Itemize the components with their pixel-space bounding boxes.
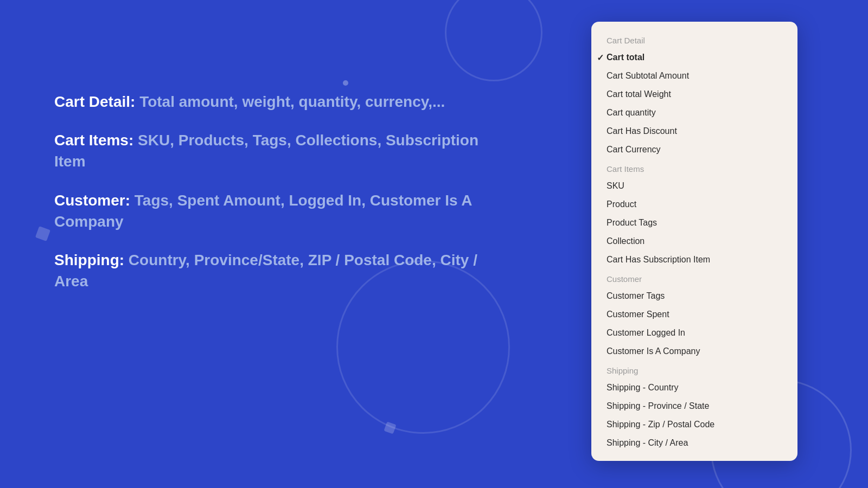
menu-item-2-2[interactable]: Customer Logged In [591, 324, 797, 342]
menu-item-1-4[interactable]: Cart Has Subscription Item [591, 251, 797, 269]
menu-item-label: Cart total Weight [607, 89, 671, 99]
menu-item-1-0[interactable]: SKU [591, 177, 797, 195]
menu-item-0-3[interactable]: Cart quantity [591, 104, 797, 122]
menu-item-label: Cart Has Discount [607, 126, 677, 136]
menu-item-0-0[interactable]: ✓Cart total [591, 48, 797, 67]
feature-label-0: Cart Detail: [54, 93, 135, 110]
menu-item-label: Cart quantity [607, 108, 656, 118]
menu-item-2-3[interactable]: Customer Is A Company [591, 342, 797, 361]
menu-item-3-1[interactable]: Shipping - Province / State [591, 397, 797, 415]
feature-item-2: Customer: Tags, Spent Amount, Logged In,… [54, 190, 499, 232]
feature-item-3: Shipping: Country, Province/State, ZIP /… [54, 249, 499, 292]
menu-item-label: Cart Currency [607, 145, 661, 155]
menu-item-1-1[interactable]: Product [591, 195, 797, 214]
menu-section-header-3: Shipping [591, 361, 797, 378]
menu-item-2-1[interactable]: Customer Spent [591, 305, 797, 324]
feature-label-3: Shipping: [54, 252, 124, 268]
menu-item-label: SKU [607, 181, 624, 191]
feature-detail-0: Total amount, weight, quantity, currency… [139, 93, 445, 110]
menu-item-0-5[interactable]: Cart Currency [591, 140, 797, 159]
menu-item-label: Shipping - City / Area [607, 438, 688, 448]
dropdown-menu: Cart Detail✓Cart totalCart Subtotal Amou… [591, 22, 797, 461]
menu-item-label: Shipping - Zip / Postal Code [607, 420, 714, 429]
menu-item-label: Customer Is A Company [607, 346, 700, 356]
menu-item-label: Collection [607, 236, 644, 246]
menu-item-label: Customer Tags [607, 291, 665, 301]
menu-item-label: Product Tags [607, 218, 657, 228]
menu-item-0-2[interactable]: Cart total Weight [591, 85, 797, 104]
feature-label-2: Customer: [54, 192, 130, 209]
menu-item-3-2[interactable]: Shipping - Zip / Postal Code [591, 415, 797, 434]
menu-item-label: Cart total [607, 53, 644, 62]
feature-label-1: Cart Items: [54, 132, 133, 149]
bg-rect-1 [35, 226, 50, 241]
menu-section-header-0: Cart Detail [591, 30, 797, 48]
menu-item-label: Cart Has Subscription Item [607, 255, 710, 265]
menu-item-label: Shipping - Province / State [607, 401, 709, 411]
menu-item-3-0[interactable]: Shipping - Country [591, 378, 797, 397]
menu-item-0-1[interactable]: Cart Subtotal Amount [591, 67, 797, 85]
feature-item-0: Cart Detail: Total amount, weight, quant… [54, 91, 499, 112]
menu-item-1-2[interactable]: Product Tags [591, 214, 797, 232]
menu-item-0-4[interactable]: Cart Has Discount [591, 122, 797, 140]
feature-list: Cart Detail: Total amount, weight, quant… [54, 91, 499, 292]
menu-item-label: Customer Spent [607, 310, 669, 319]
menu-item-label: Cart Subtotal Amount [607, 71, 689, 81]
menu-item-label: Product [607, 200, 636, 209]
menu-section-header-2: Customer [591, 269, 797, 287]
menu-section-header-1: Cart Items [591, 159, 797, 177]
right-panel: Cart Detail✓Cart totalCart Subtotal Amou… [591, 22, 797, 461]
left-panel: Cart Detail: Total amount, weight, quant… [54, 65, 499, 292]
menu-item-1-3[interactable]: Collection [591, 232, 797, 251]
checkmark-icon: ✓ [597, 53, 604, 63]
menu-item-3-3[interactable]: Shipping - City / Area [591, 434, 797, 452]
menu-item-label: Shipping - Country [607, 383, 679, 393]
menu-item-label: Customer Logged In [607, 328, 685, 338]
feature-item-1: Cart Items: SKU, Products, Tags, Collect… [54, 130, 499, 172]
menu-item-2-0[interactable]: Customer Tags [591, 287, 797, 305]
